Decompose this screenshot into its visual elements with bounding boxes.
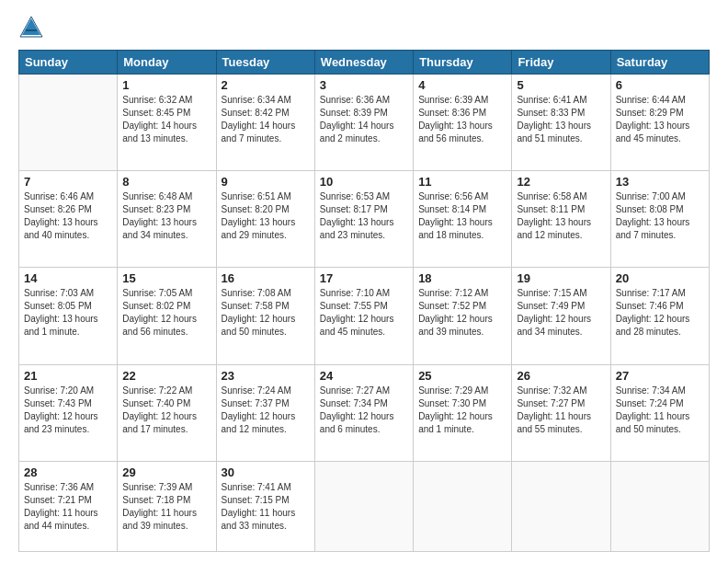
calendar-body: 1Sunrise: 6:32 AM Sunset: 8:45 PM Daylig… [19,75,710,552]
calendar-cell: 25Sunrise: 7:29 AM Sunset: 7:30 PM Dayli… [414,364,512,461]
day-number: 26 [517,369,605,383]
logo-icon [18,15,44,40]
day-info: Sunrise: 7:24 AM Sunset: 7:37 PM Dayligh… [222,385,310,436]
day-number: 29 [122,465,210,479]
day-info: Sunrise: 7:20 AM Sunset: 7:43 PM Dayligh… [24,385,112,436]
day-number: 27 [616,369,704,383]
weekday-header-saturday: Saturday [610,51,709,75]
calendar-cell: 17Sunrise: 7:10 AM Sunset: 7:55 PM Dayli… [314,268,413,364]
day-info: Sunrise: 7:17 AM Sunset: 7:46 PM Dayligh… [616,287,704,339]
day-info: Sunrise: 7:29 AM Sunset: 7:30 PM Dayligh… [418,385,506,436]
calendar-cell [314,461,413,551]
weekday-header-friday: Friday [512,51,610,75]
calendar-cell: 30Sunrise: 7:41 AM Sunset: 7:15 PM Dayli… [216,461,314,551]
day-info: Sunrise: 7:34 AM Sunset: 7:24 PM Dayligh… [616,385,704,436]
calendar-cell: 5Sunrise: 6:41 AM Sunset: 8:33 PM Daylig… [512,75,610,171]
day-info: Sunrise: 6:36 AM Sunset: 8:39 PM Dayligh… [320,94,408,145]
calendar-cell: 20Sunrise: 7:17 AM Sunset: 7:46 PM Dayli… [610,268,709,364]
weekday-header-monday: Monday [118,51,216,75]
day-number: 2 [222,78,310,92]
calendar-cell: 12Sunrise: 6:58 AM Sunset: 8:11 PM Dayli… [512,171,610,268]
calendar-cell: 19Sunrise: 7:15 AM Sunset: 7:49 PM Dayli… [512,268,610,364]
day-info: Sunrise: 6:34 AM Sunset: 8:42 PM Dayligh… [222,94,310,145]
day-number: 7 [24,175,112,189]
day-number: 4 [418,78,506,92]
calendar-cell: 2Sunrise: 6:34 AM Sunset: 8:42 PM Daylig… [216,75,314,171]
calendar-cell: 28Sunrise: 7:36 AM Sunset: 7:21 PM Dayli… [19,461,118,551]
day-info: Sunrise: 6:51 AM Sunset: 8:20 PM Dayligh… [222,190,310,242]
weekday-header-tuesday: Tuesday [216,51,314,75]
day-number: 13 [616,175,704,189]
logo [18,15,48,40]
calendar-cell [19,75,118,171]
day-number: 30 [222,465,310,479]
calendar-cell: 15Sunrise: 7:05 AM Sunset: 8:02 PM Dayli… [118,268,216,364]
day-info: Sunrise: 6:53 AM Sunset: 8:17 PM Dayligh… [320,190,408,242]
day-info: Sunrise: 7:00 AM Sunset: 8:08 PM Dayligh… [616,190,704,242]
day-info: Sunrise: 7:10 AM Sunset: 7:55 PM Dayligh… [320,287,408,339]
day-number: 5 [517,78,605,92]
calendar-cell [512,461,610,551]
calendar-cell: 22Sunrise: 7:22 AM Sunset: 7:40 PM Dayli… [118,364,216,461]
calendar-cell: 14Sunrise: 7:03 AM Sunset: 8:05 PM Dayli… [19,268,118,364]
day-number: 14 [24,271,112,285]
day-info: Sunrise: 7:22 AM Sunset: 7:40 PM Dayligh… [122,385,210,436]
calendar-cell: 4Sunrise: 6:39 AM Sunset: 8:36 PM Daylig… [414,75,512,171]
day-number: 6 [616,78,704,92]
day-number: 12 [517,175,605,189]
day-number: 25 [418,369,506,383]
svg-rect-2 [26,29,37,31]
day-number: 3 [320,78,408,92]
calendar-week-row: 28Sunrise: 7:36 AM Sunset: 7:21 PM Dayli… [19,461,710,551]
day-info: Sunrise: 6:32 AM Sunset: 8:45 PM Dayligh… [122,94,210,145]
day-number: 15 [122,271,210,285]
calendar-cell: 29Sunrise: 7:39 AM Sunset: 7:18 PM Dayli… [118,461,216,551]
calendar-cell: 23Sunrise: 7:24 AM Sunset: 7:37 PM Dayli… [216,364,314,461]
day-info: Sunrise: 6:58 AM Sunset: 8:11 PM Dayligh… [517,190,605,242]
day-number: 1 [122,78,210,92]
calendar-cell: 9Sunrise: 6:51 AM Sunset: 8:20 PM Daylig… [216,171,314,268]
day-number: 18 [418,271,506,285]
day-number: 22 [122,369,210,383]
day-info: Sunrise: 6:39 AM Sunset: 8:36 PM Dayligh… [418,94,506,145]
calendar-cell: 24Sunrise: 7:27 AM Sunset: 7:34 PM Dayli… [314,364,413,461]
calendar-cell: 13Sunrise: 7:00 AM Sunset: 8:08 PM Dayli… [610,171,709,268]
calendar-cell: 8Sunrise: 6:48 AM Sunset: 8:23 PM Daylig… [118,171,216,268]
day-info: Sunrise: 7:12 AM Sunset: 7:52 PM Dayligh… [418,287,506,339]
day-number: 17 [320,271,408,285]
day-number: 16 [222,271,310,285]
svg-marker-0 [22,18,40,35]
day-number: 21 [24,369,112,383]
calendar-cell: 27Sunrise: 7:34 AM Sunset: 7:24 PM Dayli… [610,364,709,461]
day-number: 20 [616,271,704,285]
day-info: Sunrise: 6:44 AM Sunset: 8:29 PM Dayligh… [616,94,704,145]
calendar-header: SundayMondayTuesdayWednesdayThursdayFrid… [19,51,710,75]
calendar-cell: 11Sunrise: 6:56 AM Sunset: 8:14 PM Dayli… [414,171,512,268]
day-number: 11 [418,175,506,189]
calendar-week-row: 1Sunrise: 6:32 AM Sunset: 8:45 PM Daylig… [19,75,710,171]
calendar-cell: 16Sunrise: 7:08 AM Sunset: 7:58 PM Dayli… [216,268,314,364]
calendar-week-row: 21Sunrise: 7:20 AM Sunset: 7:43 PM Dayli… [19,364,710,461]
calendar-cell [610,461,709,551]
day-info: Sunrise: 7:08 AM Sunset: 7:58 PM Dayligh… [222,287,310,339]
day-info: Sunrise: 7:32 AM Sunset: 7:27 PM Dayligh… [517,385,605,436]
day-info: Sunrise: 7:15 AM Sunset: 7:49 PM Dayligh… [517,287,605,339]
weekday-header-thursday: Thursday [414,51,512,75]
day-info: Sunrise: 7:03 AM Sunset: 8:05 PM Dayligh… [24,287,112,339]
calendar-cell: 26Sunrise: 7:32 AM Sunset: 7:27 PM Dayli… [512,364,610,461]
day-info: Sunrise: 7:27 AM Sunset: 7:34 PM Dayligh… [320,385,408,436]
page: SundayMondayTuesdayWednesdayThursdayFrid… [0,0,728,563]
calendar-cell: 3Sunrise: 6:36 AM Sunset: 8:39 PM Daylig… [314,75,413,171]
day-info: Sunrise: 6:56 AM Sunset: 8:14 PM Dayligh… [418,190,506,242]
day-number: 24 [320,369,408,383]
day-info: Sunrise: 7:36 AM Sunset: 7:21 PM Dayligh… [24,481,112,533]
day-info: Sunrise: 7:05 AM Sunset: 8:02 PM Dayligh… [122,287,210,339]
day-number: 9 [222,175,310,189]
day-number: 28 [24,465,112,479]
day-number: 19 [517,271,605,285]
calendar-week-row: 7Sunrise: 6:46 AM Sunset: 8:26 PM Daylig… [19,171,710,268]
calendar-cell: 7Sunrise: 6:46 AM Sunset: 8:26 PM Daylig… [19,171,118,268]
day-info: Sunrise: 7:41 AM Sunset: 7:15 PM Dayligh… [222,481,310,533]
calendar-cell [414,461,512,551]
day-number: 23 [222,369,310,383]
